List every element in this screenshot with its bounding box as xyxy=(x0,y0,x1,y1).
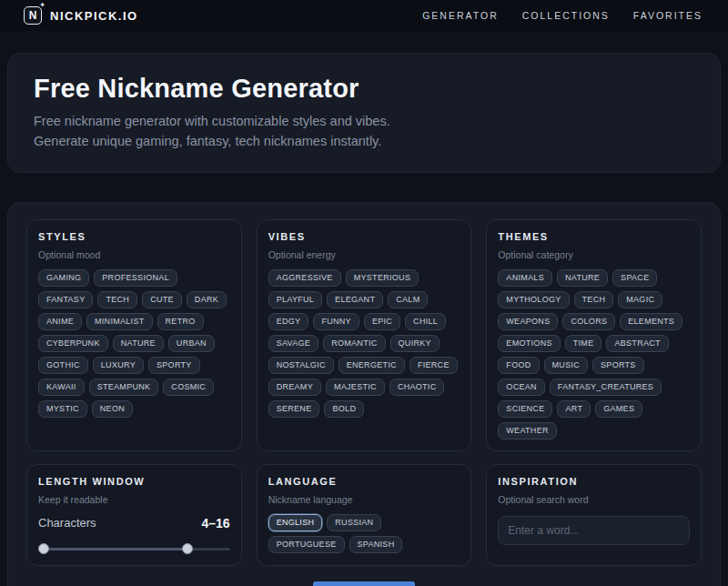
style-chip[interactable]: PROFESSIONAL xyxy=(94,269,177,287)
style-chip[interactable]: GOTHIC xyxy=(38,357,88,374)
theme-chip[interactable]: ABSTRACT xyxy=(606,335,668,352)
theme-chip[interactable]: NATURE xyxy=(557,269,608,287)
nav-item-favorites[interactable]: FAVORITES xyxy=(633,10,703,21)
inspiration-card: INSPIRATION Optional search word xyxy=(486,464,702,566)
style-chip[interactable]: ANIME xyxy=(38,313,82,330)
theme-chip[interactable]: MYTHOLOGY xyxy=(498,291,569,308)
nav-item-generator[interactable]: GENERATOR xyxy=(422,10,499,21)
vibe-chip[interactable]: FIERCE xyxy=(410,357,458,374)
style-chip[interactable]: STEAMPUNK xyxy=(89,379,159,396)
theme-chip[interactable]: WEATHER xyxy=(498,422,556,440)
vibe-chip[interactable]: EPIC xyxy=(364,313,400,330)
styles-subtitle: Optional mood xyxy=(38,249,230,260)
vibe-chip[interactable]: NOSTALGIC xyxy=(268,357,334,374)
theme-chip[interactable]: SCIENCE xyxy=(498,400,552,418)
top-nav-bar: N ✦ NICKPICK.IO GENERATOR COLLECTIONS FA… xyxy=(0,0,728,31)
style-chip[interactable]: MINIMALIST xyxy=(86,313,153,330)
theme-chip[interactable]: WEAPONS xyxy=(498,313,558,330)
language-chip[interactable]: ENGLISH xyxy=(268,514,323,531)
length-value-row: Characters 4–16 xyxy=(38,516,230,530)
length-label: Characters xyxy=(38,516,96,530)
style-chip[interactable]: RETRO xyxy=(157,313,204,330)
theme-chip[interactable]: MUSIC xyxy=(544,357,589,374)
vibes-subtitle: Optional energy xyxy=(268,249,460,260)
theme-chip[interactable]: OCEAN xyxy=(498,379,545,396)
style-chip[interactable]: FANTASY xyxy=(38,291,93,308)
nav-item-collections[interactable]: COLLECTIONS xyxy=(522,10,610,21)
style-chip[interactable]: SPORTY xyxy=(148,357,200,374)
style-chip[interactable]: CUTE xyxy=(142,291,182,308)
vibe-chip[interactable]: ROMANTIC xyxy=(323,335,385,352)
theme-chip[interactable]: ANIMALS xyxy=(498,269,552,287)
theme-chip[interactable]: FOOD xyxy=(498,357,539,374)
theme-chip[interactable]: ELEMENTS xyxy=(620,313,682,330)
vibe-chip[interactable]: AGGRESSIVE xyxy=(268,269,341,287)
below-fold-blue-bar xyxy=(313,581,415,586)
style-chip[interactable]: KAWAII xyxy=(38,379,85,396)
filters-row-1: STYLES Optional mood GAMINGPROFESSIONALF… xyxy=(26,219,702,451)
slider-thumb-min[interactable] xyxy=(38,543,49,554)
theme-chip[interactable]: MAGIC xyxy=(618,291,662,308)
length-range-slider[interactable] xyxy=(38,543,230,554)
vibes-title: VIBES xyxy=(268,231,460,242)
page-title: Free Nickname Generator xyxy=(34,74,694,104)
language-chip[interactable]: RUSSIAN xyxy=(327,514,381,531)
vibes-chip-list: AGGRESSIVEMYSTERIOUSPLAYFULELEGANTCALMED… xyxy=(268,269,460,418)
generator-panel: STYLES Optional mood GAMINGPROFESSIONALF… xyxy=(7,202,721,586)
theme-chip[interactable]: COLORS xyxy=(562,313,615,330)
language-card: LANGUAGE Nickname language ENGLISHRUSSIA… xyxy=(257,464,472,566)
style-chip[interactable]: CYBERPUNK xyxy=(38,335,108,352)
styles-title: STYLES xyxy=(38,231,230,242)
style-chip[interactable]: LUXURY xyxy=(93,357,144,374)
language-title: LANGUAGE xyxy=(268,476,460,487)
vibe-chip[interactable]: SERENE xyxy=(268,400,320,418)
inspiration-word-input[interactable] xyxy=(498,516,690,545)
length-value: 4–16 xyxy=(202,516,230,530)
inspiration-title: INSPIRATION xyxy=(498,476,690,487)
slider-thumb-max[interactable] xyxy=(182,543,193,554)
vibe-chip[interactable]: QUIRKY xyxy=(390,335,440,352)
style-chip[interactable]: NEON xyxy=(92,400,133,418)
logo-letter: N xyxy=(29,10,37,21)
styles-chip-list: GAMINGPROFESSIONALFANTASYTECHCUTEDARKANI… xyxy=(38,269,230,418)
vibe-chip[interactable]: MYSTERIOUS xyxy=(346,269,420,287)
hero-card: Free Nickname Generator Free nickname ge… xyxy=(7,53,721,173)
slider-fill xyxy=(40,548,184,551)
language-chip[interactable]: SPANISH xyxy=(349,536,403,553)
theme-chip[interactable]: FANTASY_CREATURES xyxy=(550,379,662,396)
theme-chip[interactable]: GAMES xyxy=(595,400,642,418)
vibe-chip[interactable]: CHAOTIC xyxy=(389,379,445,396)
vibe-chip[interactable]: ELEGANT xyxy=(327,291,383,308)
length-title: LENGTH WINDOW xyxy=(38,476,230,487)
vibe-chip[interactable]: ENERGETIC xyxy=(339,357,405,374)
brand-logo-icon: N ✦ xyxy=(24,6,42,25)
theme-chip[interactable]: TIME xyxy=(565,335,602,352)
brand-name: NICKPICK.IO xyxy=(50,9,138,23)
theme-chip[interactable]: SPORTS xyxy=(592,357,644,374)
style-chip[interactable]: GAMING xyxy=(38,269,89,287)
vibe-chip[interactable]: SAVAGE xyxy=(268,335,318,352)
theme-chip[interactable]: SPACE xyxy=(612,269,657,287)
style-chip[interactable]: COSMIC xyxy=(163,379,214,396)
themes-subtitle: Optional category xyxy=(498,249,690,260)
vibe-chip[interactable]: FUNNY xyxy=(313,313,359,330)
vibe-chip[interactable]: DREAMY xyxy=(268,379,321,396)
themes-chip-list: ANIMALSNATURESPACEMYTHOLOGYTECHMAGICWEAP… xyxy=(498,269,690,440)
style-chip[interactable]: URBAN xyxy=(168,335,215,352)
language-chip[interactable]: PORTUGUESE xyxy=(268,536,345,553)
vibe-chip[interactable]: BOLD xyxy=(324,400,364,418)
vibe-chip[interactable]: MAJESTIC xyxy=(326,379,385,396)
style-chip[interactable]: DARK xyxy=(187,291,227,308)
style-chip[interactable]: MYSTIC xyxy=(38,400,87,418)
theme-chip[interactable]: ART xyxy=(557,400,591,418)
vibe-chip[interactable]: EDGY xyxy=(268,313,309,330)
vibe-chip[interactable]: PLAYFUL xyxy=(268,291,322,308)
vibe-chip[interactable]: CALM xyxy=(388,291,428,308)
style-chip[interactable]: TECH xyxy=(97,291,137,308)
style-chip[interactable]: NATURE xyxy=(113,335,164,352)
styles-card: STYLES Optional mood GAMINGPROFESSIONALF… xyxy=(26,219,242,451)
theme-chip[interactable]: TECH xyxy=(574,291,614,308)
brand[interactable]: N ✦ NICKPICK.IO xyxy=(24,6,138,25)
theme-chip[interactable]: EMOTIONS xyxy=(498,335,560,352)
vibe-chip[interactable]: CHILL xyxy=(405,313,446,330)
